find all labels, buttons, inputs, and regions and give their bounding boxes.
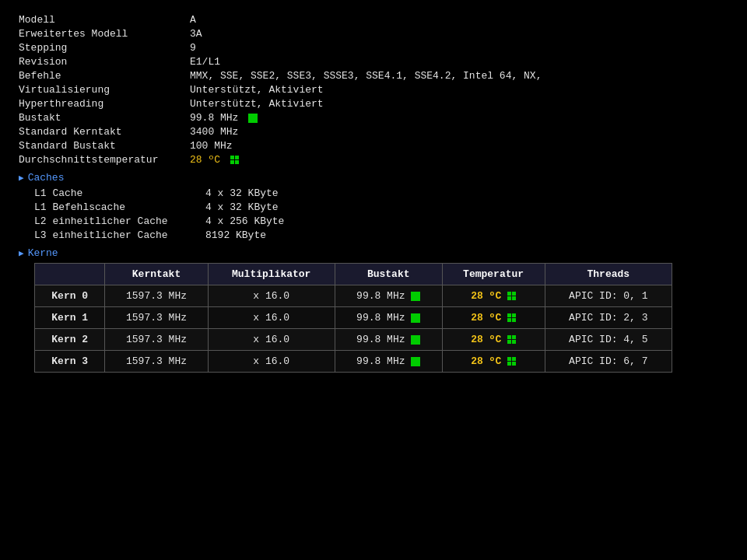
core-temperatur: 28 ºC [442,307,545,329]
standard-bustakt-value: 100 MHz [190,140,233,152]
temp-grid-icon [507,292,516,300]
erweitertes-modell-row: Erweitertes Modell 3A [19,28,728,40]
bustakt-label: Bustakt [19,112,190,124]
core-label: Kern 3 [35,351,105,373]
core-temperatur: 28 ºC [442,329,545,351]
l1-cache-row: L1 Cache 4 x 32 KByte [34,187,728,199]
core-label: Kern 0 [35,285,105,307]
table-row: Kern 31597.3 MHzx 16.099.8 MHz 28 ºC API… [35,351,672,373]
befehle-label: Befehle [19,70,190,82]
core-threads: APIC ID: 6, 7 [545,351,672,373]
core-temperatur: 28 ºC [442,285,545,307]
core-threads: APIC ID: 4, 5 [545,329,672,351]
durchschnittstemperatur-row: Durchschnittstemperatur 28 ºC [19,154,728,166]
cache-section: L1 Cache 4 x 32 KByte L1 Befehlscache 4 … [34,187,728,241]
befehle-row: Befehle MMX, SSE, SSE2, SSE3, SSSE3, SSE… [19,70,728,82]
revision-row: Revision E1/L1 [19,56,728,68]
l1-befehlscache-value: 4 x 32 KByte [205,201,279,213]
th-threads: Threads [545,264,672,285]
bustakt-indicator [248,114,258,123]
kerne-header-label: Kerne [28,247,58,259]
bustakt-icon [411,313,420,323]
th-multiplikator: Multiplikator [208,264,335,285]
standard-kerntakt-label: Standard Kerntakt [19,126,190,138]
core-multiplikator: x 16.0 [208,351,335,373]
modell-label: Modell [19,14,190,26]
core-threads: APIC ID: 0, 1 [545,285,672,307]
standard-kerntakt-row: Standard Kerntakt 3400 MHz [19,126,728,138]
temp-grid-icon [507,313,516,322]
befehle-value: MMX, SSE, SSE2, SSE3, SSSE3, SSE4.1, SSE… [190,70,542,82]
revision-label: Revision [19,56,190,68]
temp-grid-icon [507,335,516,344]
temp-indicator [230,156,239,164]
core-bustakt: 99.8 MHz [335,285,442,307]
durchschnittstemperatur-label: Durchschnittstemperatur [19,154,190,166]
hyperthreading-value: Unterstützt, Aktiviert [190,98,324,110]
l2-cache-row: L2 einheitlicher Cache 4 x 256 KByte [34,215,728,227]
stepping-value: 9 [190,42,196,54]
standard-bustakt-label: Standard Bustakt [19,140,190,152]
modell-row: Modell A [19,14,728,26]
l2-cache-label: L2 einheitlicher Cache [34,215,205,227]
l1-cache-value: 4 x 32 KByte [205,187,279,199]
core-label: Kern 2 [35,329,105,351]
core-kerntakt: 1597.3 MHz [105,285,208,307]
bustakt-icon [411,292,420,301]
l1-befehlscache-row: L1 Befehlscache 4 x 32 KByte [34,201,728,213]
temp-grid-icon [507,357,516,366]
core-kerntakt: 1597.3 MHz [105,351,208,373]
virtualisierung-label: Virtualisierung [19,84,190,96]
hyperthreading-row: Hyperthreading Unterstützt, Aktiviert [19,98,728,110]
kerne-section-header[interactable]: ▶ Kerne [19,247,728,259]
table-row: Kern 21597.3 MHzx 16.099.8 MHz 28 ºC API… [35,329,672,351]
core-threads: APIC ID: 2, 3 [545,307,672,329]
l3-cache-row: L3 einheitlicher Cache 8192 KByte [34,229,728,241]
kerne-arrow-icon: ▶ [19,248,24,258]
core-multiplikator: x 16.0 [208,307,335,329]
l3-cache-value: 8192 KByte [205,229,266,241]
th-temperatur: Temperatur [442,264,545,285]
standard-bustakt-row: Standard Bustakt 100 MHz [19,140,728,152]
hyperthreading-label: Hyperthreading [19,98,190,110]
table-row: Kern 11597.3 MHzx 16.099.8 MHz 28 ºC API… [35,307,672,329]
core-kerntakt: 1597.3 MHz [105,307,208,329]
caches-arrow-icon: ▶ [19,173,24,183]
th-bustakt: Bustakt [335,264,442,285]
stepping-label: Stepping [19,42,190,54]
core-multiplikator: x 16.0 [208,285,335,307]
l3-cache-label: L3 einheitlicher Cache [34,229,205,241]
standard-kerntakt-value: 3400 MHz [190,126,238,138]
kerne-section: Kerntakt Multiplikator Bustakt Temperatu… [34,263,728,373]
virtualisierung-value: Unterstützt, Aktiviert [190,84,324,96]
modell-value: A [190,14,196,26]
durchschnittstemperatur-value: 28 ºC [190,154,239,166]
virtualisierung-row: Virtualisierung Unterstützt, Aktiviert [19,84,728,96]
core-label: Kern 1 [35,307,105,329]
l2-cache-value: 4 x 256 KByte [205,215,284,227]
l1-befehlscache-label: L1 Befehlscache [34,201,205,213]
bustakt-value: 99.8 MHz [190,112,258,124]
th-kerntakt: Kerntakt [105,264,208,285]
core-bustakt: 99.8 MHz [335,307,442,329]
l1-cache-label: L1 Cache [34,187,205,199]
stepping-row: Stepping 9 [19,42,728,54]
core-bustakt: 99.8 MHz [335,351,442,373]
th-empty [35,264,105,285]
core-kerntakt: 1597.3 MHz [105,329,208,351]
cores-table: Kerntakt Multiplikator Bustakt Temperatu… [34,263,672,373]
core-bustakt: 99.8 MHz [335,329,442,351]
caches-header-label: Caches [28,172,65,184]
bustakt-icon [411,357,420,366]
table-row: Kern 01597.3 MHzx 16.099.8 MHz 28 ºC API… [35,285,672,307]
core-temperatur: 28 ºC [442,351,545,373]
bustakt-icon [411,335,420,345]
bustakt-row: Bustakt 99.8 MHz [19,112,728,124]
erweitertes-modell-value: 3A [190,28,202,40]
caches-section-header[interactable]: ▶ Caches [19,172,728,184]
core-multiplikator: x 16.0 [208,329,335,351]
revision-value: E1/L1 [190,56,220,68]
erweitertes-modell-label: Erweitertes Modell [19,28,190,40]
